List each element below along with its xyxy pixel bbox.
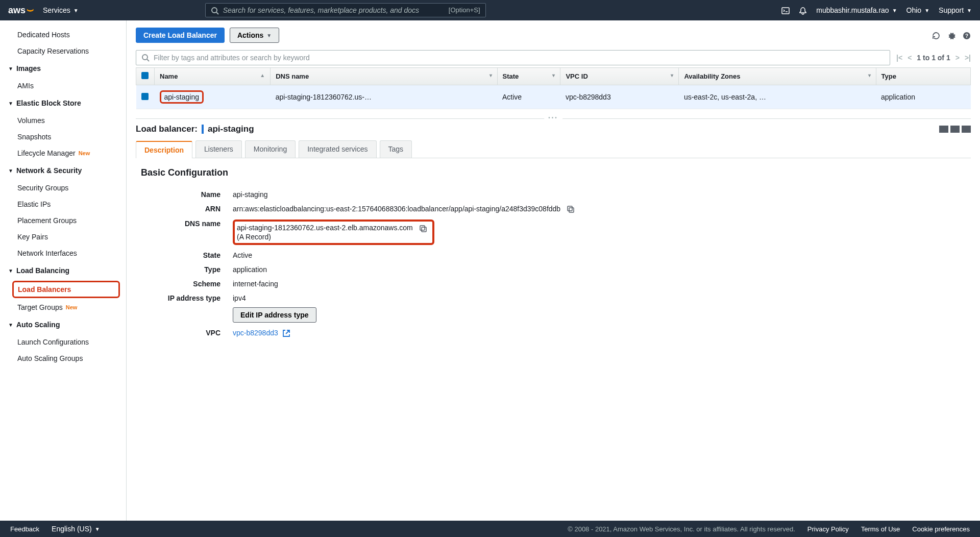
support-menu[interactable]: Support ▼ [939,6,972,14]
detail-header: Load balancer: api-staging [136,124,971,134]
col-az[interactable]: Availability Zones▾ [679,68,876,85]
layout-2-icon[interactable] [950,126,960,133]
table-row[interactable]: api-staging api-staging-1812360762.us-… … [136,85,971,109]
sidebar-item-lifecycle-manager[interactable]: Lifecycle Manager New [0,145,126,161]
selection-indicator [202,125,204,134]
sidebar-section-auto-scaling[interactable]: ▼ Auto Scaling [0,315,126,334]
tab-tags[interactable]: Tags [380,140,412,158]
row-checkbox[interactable] [141,93,149,100]
layout-3-icon[interactable] [962,126,971,133]
sidebar-section-load-balancing[interactable]: ▼ Load Balancing [0,261,126,280]
feedback-link[interactable]: Feedback [10,525,39,533]
tab-integrated-services[interactable]: Integrated services [299,140,376,158]
detail-tabs: Description Listeners Monitoring Integra… [136,140,971,158]
sidebar-section-ebs[interactable]: ▼ Elastic Block Store [0,94,126,112]
svg-point-0 [212,8,217,13]
detail-header-name: api-staging [208,124,254,134]
col-state[interactable]: State▾ [497,68,560,85]
notifications-icon[interactable] [799,5,807,16]
page-next-icon[interactable]: > [955,54,960,62]
layout-1-icon[interactable] [939,126,948,133]
actions-button[interactable]: Actions ▼ [230,28,279,43]
aws-logo[interactable]: aws⌣ [8,5,34,16]
copyright-text: © 2008 - 2021, Amazon Web Services, Inc.… [568,525,795,533]
chevron-down-icon: ▼ [8,101,13,106]
support-label: Support [939,6,964,14]
global-search[interactable]: [Option+S] [205,3,486,17]
copy-icon[interactable] [567,205,575,213]
sidebar-item-capacity-reservations[interactable]: Capacity Reservations [0,43,126,59]
help-icon[interactable]: ? [963,30,971,41]
sidebar-item-volumes[interactable]: Volumes [0,112,126,129]
detail-row-type: Type application [141,262,966,277]
tab-listeners[interactable]: Listeners [195,140,242,158]
sidebar-item-elastic-ips[interactable]: Elastic IPs [0,196,126,212]
services-menu[interactable]: Services ▼ [43,6,79,14]
col-vpc[interactable]: VPC ID▾ [560,68,679,85]
detail-row-name: Name api-staging [141,187,966,202]
page-first-icon[interactable]: |< [896,54,902,62]
sort-icon: ▾ [671,72,673,78]
sidebar-item-key-pairs[interactable]: Key Pairs [0,229,126,245]
sort-icon: ▾ [552,72,555,78]
search-input[interactable] [223,6,445,14]
edit-ip-address-type-button[interactable]: Edit IP address type [233,307,316,323]
cloudshell-icon[interactable] [781,5,790,16]
sidebar: Dedicated Hosts Capacity Reservations ▼ … [0,20,127,521]
create-load-balancer-button[interactable]: Create Load Balancer [136,28,225,43]
row-state: Active [497,85,560,109]
col-type[interactable]: Type [876,68,970,85]
col-dns[interactable]: DNS name▾ [271,68,497,85]
sidebar-section-images[interactable]: ▼ Images [0,59,126,78]
chevron-down-icon: ▼ [266,33,272,38]
cookies-link[interactable]: Cookie preferences [912,525,970,533]
select-all-checkbox[interactable] [141,72,149,79]
language-selector[interactable]: English (US) ▼ [52,525,100,533]
dns-highlight: api-staging-1812360762.us-east-2.elb.ama… [233,219,434,245]
chevron-down-icon: ▼ [924,8,929,13]
tab-monitoring[interactable]: Monitoring [245,140,296,158]
filter-input[interactable] [154,54,885,62]
page-prev-icon[interactable]: < [908,54,912,62]
table-header-row: Name▲ DNS name▾ State▾ VPC ID▾ Availabil… [136,68,971,85]
copy-icon[interactable] [419,224,427,232]
svg-rect-2 [782,8,789,14]
external-link-icon [282,329,290,337]
sidebar-item-security-groups[interactable]: Security Groups [0,180,126,196]
chevron-down-icon: ▼ [967,8,972,13]
region-menu[interactable]: Ohio ▼ [906,6,929,14]
col-name[interactable]: Name▲ [155,68,271,85]
panel-splitter[interactable] [136,118,971,119]
detail-row-ip-type: IP address type ipv4 Edit IP address typ… [141,291,966,326]
account-menu[interactable]: mubbashir.mustafa.rao ▼ [816,6,897,14]
settings-icon[interactable] [947,30,955,41]
sidebar-item-snapshots[interactable]: Snapshots [0,129,126,145]
chevron-down-icon: ▼ [95,526,100,532]
row-vpc: vpc-b8298dd3 [560,85,679,109]
privacy-link[interactable]: Privacy Policy [807,525,849,533]
sidebar-item-launch-configurations[interactable]: Launch Configurations [0,334,126,350]
vpc-link[interactable]: vpc-b8298dd3 [233,329,290,337]
region-label: Ohio [906,6,922,14]
terms-link[interactable]: Terms of Use [861,525,900,533]
sidebar-item-dedicated-hosts[interactable]: Dedicated Hosts [0,27,126,43]
sidebar-item-amis[interactable]: AMIs [0,78,126,94]
sidebar-item-placement-groups[interactable]: Placement Groups [0,212,126,229]
chevron-down-icon: ▼ [8,322,13,328]
tab-description[interactable]: Description [136,141,192,158]
refresh-icon[interactable] [932,30,940,41]
pagination: |< < 1 to 1 of 1 > >| [896,54,971,62]
sidebar-item-load-balancers[interactable]: Load Balancers [12,281,120,298]
svg-rect-10 [420,226,425,230]
sidebar-section-network-security[interactable]: ▼ Network & Security [0,161,126,180]
sidebar-item-auto-scaling-groups[interactable]: Auto Scaling Groups [0,350,126,367]
chevron-down-icon: ▼ [892,8,897,13]
sidebar-item-target-groups[interactable]: Target Groups New [0,299,126,315]
sidebar-item-network-interfaces[interactable]: Network Interfaces [0,245,126,261]
sort-icon: ▾ [489,72,492,78]
new-badge: New [66,304,78,310]
page-last-icon[interactable]: >| [965,54,971,62]
search-icon [211,6,219,14]
action-bar: Create Load Balancer Actions ▼ ? [136,28,971,43]
filter-input-wrapper[interactable] [136,50,890,65]
